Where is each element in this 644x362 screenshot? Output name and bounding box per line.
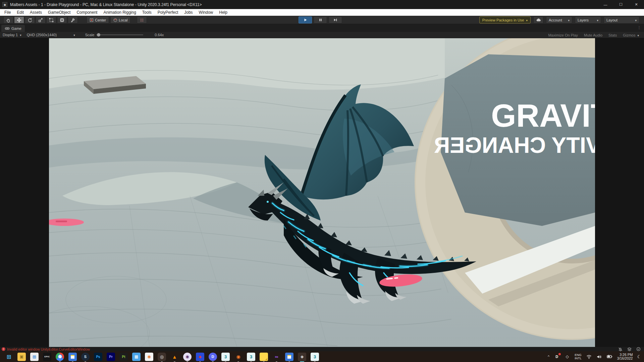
sign-text-front: GRAVITY: [491, 98, 595, 133]
chevron-down-icon: [20, 33, 21, 37]
taskbar-icon-premiere[interactable]: Pr: [107, 353, 115, 361]
focus-assist-moon-icon[interactable]: ☾: [637, 354, 641, 359]
layout-dropdown[interactable]: Layout: [604, 16, 639, 23]
tray-discord-icon[interactable]: D: [554, 354, 560, 360]
preview-packages-button[interactable]: Preview Packages in Use: [479, 16, 531, 23]
wifi-icon[interactable]: [586, 354, 592, 360]
play-button[interactable]: [299, 16, 312, 23]
taskbar-icon-calculator[interactable]: ▦: [132, 353, 141, 361]
taskbar-icon-tor[interactable]: ◉: [183, 353, 192, 361]
close-button[interactable]: ✕: [629, 0, 644, 9]
grid-snap-icon: [140, 18, 144, 22]
maximize-on-play-toggle[interactable]: Maximize On Play: [545, 32, 581, 38]
layers-dropdown[interactable]: Layers: [575, 16, 601, 23]
grid-snapping-button[interactable]: [137, 16, 147, 23]
scale-tool-button[interactable]: [36, 16, 46, 23]
taskbar-icon-photoshop[interactable]: Ps: [94, 353, 102, 361]
game-render[interactable]: GRAVITY VITY CHANGER: [49, 38, 595, 347]
3ds-max-icon: 3: [250, 354, 252, 359]
taskbar-icon-floppy-app-2[interactable]: [285, 353, 293, 361]
account-dropdown[interactable]: Account: [546, 16, 572, 23]
scale-slider[interactable]: [96, 35, 143, 35]
taskbar-icon-3ds-max-a[interactable]: 3: [221, 353, 230, 361]
menu-jobs[interactable]: Jobs: [181, 9, 196, 16]
progress-check-icon[interactable]: [636, 347, 641, 351]
taskbar-icon-floppy-app[interactable]: [68, 353, 77, 361]
transform-tool-button[interactable]: [57, 16, 67, 23]
document-app-icon: ◉: [147, 354, 151, 359]
tray-expand-chevron-icon[interactable]: ^: [548, 355, 549, 359]
language-indicator[interactable]: ENG INTL: [575, 353, 582, 360]
taskbar-icon-obs[interactable]: ◎: [158, 353, 166, 361]
taskbar-icon-substance-painter[interactable]: Pt: [119, 353, 128, 361]
transform-icon: [60, 18, 64, 22]
unity-editor-window: ◆ Malbers Assets - 1 - Drake Playground …: [0, 0, 644, 362]
gizmos-dropdown[interactable]: Gizmos: [620, 32, 642, 38]
taskbar-icon-red-blue-app[interactable]: ◆: [196, 353, 204, 361]
menu-component[interactable]: Component: [73, 9, 100, 16]
rect-tool-button[interactable]: [46, 16, 56, 23]
taskbar-icon-blender[interactable]: ◉: [234, 353, 243, 361]
scale-slider-thumb[interactable]: [97, 33, 100, 37]
unity-icon: ◈: [301, 354, 304, 359]
red-blue-app-icon: ◆: [199, 355, 201, 359]
resolution-dropdown[interactable]: QHD (2560x1440): [24, 32, 78, 38]
menu-edit[interactable]: Edit: [14, 9, 27, 16]
cloud-button[interactable]: [533, 16, 543, 23]
notification-badge: [558, 353, 561, 355]
move-icon: [17, 18, 21, 22]
title-bar[interactable]: ◆ Malbers Assets - 1 - Drake Playground …: [0, 0, 644, 9]
game-viewport: GRAVITY VITY CHANGER: [0, 38, 644, 347]
taskbar-icon-epic-games[interactable]: EPIC: [43, 353, 51, 361]
taskbar-icon-orange-document-app[interactable]: ◉: [145, 353, 153, 361]
pivot-mode-button[interactable]: Center: [87, 16, 109, 23]
console-error-message[interactable]: Invalid editor window UnityEditor.CurveE…: [7, 347, 90, 351]
display-dropdown[interactable]: Display 1: [0, 32, 24, 38]
taskbar-icon-unity[interactable]: ◈: [298, 353, 306, 361]
start-button[interactable]: ⊞: [5, 353, 13, 361]
menu-file[interactable]: File: [1, 9, 14, 16]
menu-help[interactable]: Help: [216, 9, 230, 16]
rotate-tool-button[interactable]: [25, 16, 35, 23]
menu-assets[interactable]: Assets: [27, 9, 45, 16]
taskbar-icon-sticky-notes[interactable]: [260, 353, 268, 361]
taskbar-icon-3ds-max-c[interactable]: 3: [311, 353, 319, 361]
tab-menu-icon[interactable]: ⋮: [637, 25, 641, 30]
taskbar-icon-visual-studio[interactable]: ∞: [272, 353, 281, 361]
menu-tools[interactable]: Tools: [139, 9, 155, 16]
menu-bar: File Edit Assets GameObject Component An…: [0, 9, 644, 16]
menu-animation-rigging[interactable]: Animation Rigging: [100, 9, 139, 16]
taskbar-icon-discord[interactable]: D: [209, 353, 217, 361]
minimize-button[interactable]: —: [598, 0, 613, 9]
custom-tool-button[interactable]: [68, 16, 78, 23]
taskbar-icon-chrome[interactable]: [56, 353, 64, 361]
tab-game[interactable]: Game: [1, 25, 25, 32]
hand-tool-button[interactable]: [3, 16, 13, 23]
battery-icon[interactable]: [607, 354, 613, 360]
taskbar-icon-microsoft-store[interactable]: ⊞: [30, 353, 39, 361]
status-bar[interactable]: ! Invalid editor window UnityEditor.Curv…: [0, 347, 644, 351]
clock[interactable]: 3:26 PM 3/16/2022: [617, 353, 633, 360]
blender-icon: ◉: [236, 354, 240, 359]
3ds-max-icon: 3: [224, 354, 227, 359]
taskbar-icon-3ds-max-b[interactable]: 3: [247, 353, 255, 361]
visual-studio-icon: ∞: [275, 354, 278, 359]
notifications-muted-icon[interactable]: [618, 347, 623, 351]
menu-polyperfect[interactable]: PolyPerfect: [155, 9, 181, 16]
stats-toggle[interactable]: Stats: [605, 32, 620, 38]
speaker-icon[interactable]: [596, 354, 602, 360]
taskbar-icon-steam[interactable]: S: [81, 353, 90, 361]
menu-gameobject[interactable]: GameObject: [45, 9, 73, 16]
space-mode-button[interactable]: Local: [110, 16, 130, 23]
maximize-button[interactable]: ☐: [613, 0, 629, 9]
cache-layers-icon[interactable]: [627, 347, 632, 351]
folder-icon: ▣: [20, 354, 23, 359]
pause-button[interactable]: [314, 16, 327, 23]
menu-window[interactable]: Window: [196, 9, 216, 16]
taskbar-icon-file-explorer[interactable]: ▣: [17, 353, 26, 361]
step-button[interactable]: [329, 16, 342, 23]
move-tool-button[interactable]: [14, 16, 24, 23]
taskbar-icon-vlc[interactable]: ▲: [170, 353, 179, 361]
tray-cube-icon[interactable]: ◇: [564, 354, 570, 360]
mute-audio-toggle[interactable]: Mute Audio: [581, 32, 605, 38]
